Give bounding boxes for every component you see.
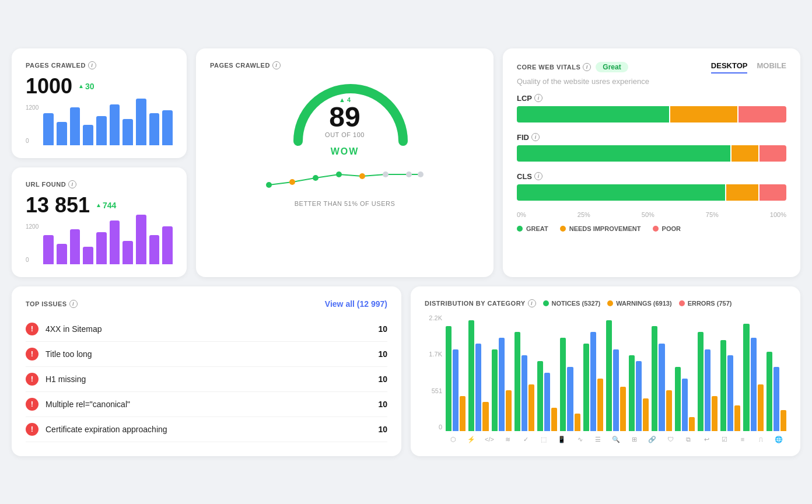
notices-bar: [698, 332, 704, 431]
issue-icon: !: [26, 373, 38, 386]
cls-info-icon[interactable]: i: [534, 172, 542, 180]
dist-info-icon[interactable]: i: [528, 299, 536, 307]
issue-row[interactable]: ! Certificate expiration approaching 10: [26, 417, 387, 442]
pages-crawled-value-row: 1000 30: [26, 74, 173, 99]
cwv-info-icon[interactable]: i: [583, 63, 591, 71]
dist-col: [720, 314, 740, 431]
dist-col: [468, 314, 488, 431]
gauge-footer: BETTER THAN 51% OF USERS: [295, 200, 396, 207]
cwv-title: CORE WEB VITALS i: [517, 63, 591, 71]
bar: [70, 229, 80, 264]
view-all-link[interactable]: View all (12 997): [325, 299, 387, 309]
legend-poor-dot: [653, 226, 659, 232]
svg-point-0: [266, 182, 272, 188]
notices-bar: [675, 367, 681, 431]
issues-info-icon[interactable]: i: [69, 300, 78, 308]
pages-crawled-info-icon[interactable]: i: [88, 61, 96, 69]
cwv-tab-mobile[interactable]: MOBILE: [757, 61, 786, 74]
left-stack: PAGES CRAWLED i 1000 30 1200 0: [12, 48, 187, 277]
fid-bar: [517, 145, 786, 162]
bar: [83, 125, 93, 145]
svg-point-2: [313, 175, 318, 181]
dist-col: [606, 314, 626, 431]
cwv-x-labels: 0% 25% 50% 75% 100%: [517, 211, 786, 218]
bar: [70, 107, 80, 145]
issue-icon: !: [26, 398, 38, 411]
bar: [136, 99, 146, 145]
pages-crawled-card: PAGES CRAWLED i 1000 30 1200 0: [12, 48, 187, 158]
errors-bar: [666, 390, 672, 431]
gauge-sparkline: [263, 162, 426, 197]
issue-row[interactable]: ! Multiple rel="canonical" 10: [26, 392, 387, 417]
svg-point-7: [418, 172, 424, 177]
notices-bar: [629, 355, 635, 431]
url-found-info-icon[interactable]: i: [68, 180, 76, 188]
dist-col: [537, 314, 557, 431]
errors-bar: [575, 414, 580, 431]
fid-great: [517, 145, 730, 162]
y-labels: 1200 0: [26, 104, 38, 145]
warnings-bar: [751, 338, 757, 431]
issues-header: TOP ISSUES i View all (12 997): [26, 299, 387, 309]
warnings-bar: [705, 349, 710, 431]
lcp-bar: [517, 106, 786, 123]
dist-icon-13: 🛡: [663, 436, 678, 443]
bar: [43, 113, 54, 145]
dist-col: [514, 314, 534, 431]
pages-crawled-title: PAGES CRAWLED: [26, 62, 86, 69]
gauge-title: PAGES CRAWLED: [210, 62, 270, 69]
y-max-url: 1200: [26, 223, 38, 230]
dist-col: [675, 314, 695, 431]
pages-crawled-label: PAGES CRAWLED i: [26, 61, 173, 69]
lcp-info-icon[interactable]: i: [534, 94, 542, 102]
dist-notices-dot: [543, 300, 549, 306]
errors-bar: [551, 408, 557, 431]
cwv-title-text: CORE WEB VITALS: [517, 64, 580, 71]
cwv-header: CORE WEB VITALS i Great DESKTOP MOBILE: [517, 61, 786, 74]
issue-icon: !: [26, 423, 38, 436]
gauge-inner: ▲ 4 89 OUT OF 100 WOW: [210, 74, 480, 207]
svg-point-1: [289, 179, 295, 185]
errors-bar: [620, 387, 626, 431]
cwv-tab-desktop[interactable]: DESKTOP: [711, 61, 748, 74]
dist-col: [766, 314, 786, 431]
dist-icon-19: 🌐: [771, 436, 786, 443]
dist-icon-5: ✓: [518, 436, 533, 443]
issue-count: 10: [378, 324, 387, 334]
bar: [149, 113, 160, 145]
fid-poor: [760, 145, 786, 162]
cls-bar: [517, 184, 786, 201]
dist-icon-6: ⬚: [536, 436, 551, 443]
cwv-legend: GREAT NEEDS IMPROVEMENT POOR: [517, 225, 786, 232]
dist-chart-container: 2.2K 1.7K 551 0: [425, 314, 786, 431]
y-labels-url: 1200 0: [26, 223, 38, 264]
bar: [96, 116, 107, 145]
cwv-row-fid-label: FID i: [517, 133, 786, 142]
bar: [136, 215, 146, 264]
cwv-title-wrap: CORE WEB VITALS i Great: [517, 62, 628, 72]
issue-row[interactable]: ! Title too long 10: [26, 342, 387, 367]
y-max: 1200: [26, 104, 38, 111]
issue-name: Title too long: [46, 349, 378, 359]
gauge-score: 89: [325, 103, 365, 131]
url-found-delta: 744: [96, 201, 116, 210]
issue-name: 4XX in Sitemap: [46, 324, 378, 334]
dist-y-labels: 2.2K 1.7K 551 0: [425, 314, 446, 431]
pages-crawled-number: 1000: [26, 74, 72, 99]
issue-row[interactable]: ! 4XX in Sitemap 10: [26, 317, 387, 342]
cls-poor: [760, 184, 786, 201]
warnings-bar: [475, 344, 481, 431]
dist-col: [583, 314, 603, 431]
warnings-bar: [522, 355, 527, 431]
url-found-title: URL FOUND: [26, 181, 66, 188]
dist-errors-dot: [679, 300, 685, 306]
dist-col: [629, 314, 649, 431]
warnings-bar: [544, 373, 550, 431]
errors-bar: [482, 402, 488, 431]
issue-row[interactable]: ! H1 missing 10: [26, 367, 387, 392]
warnings-bar: [682, 379, 688, 431]
bar: [43, 235, 54, 264]
gauge-info-icon[interactable]: i: [272, 61, 281, 69]
notices-bar: [537, 361, 543, 431]
fid-info-icon[interactable]: i: [531, 133, 540, 141]
